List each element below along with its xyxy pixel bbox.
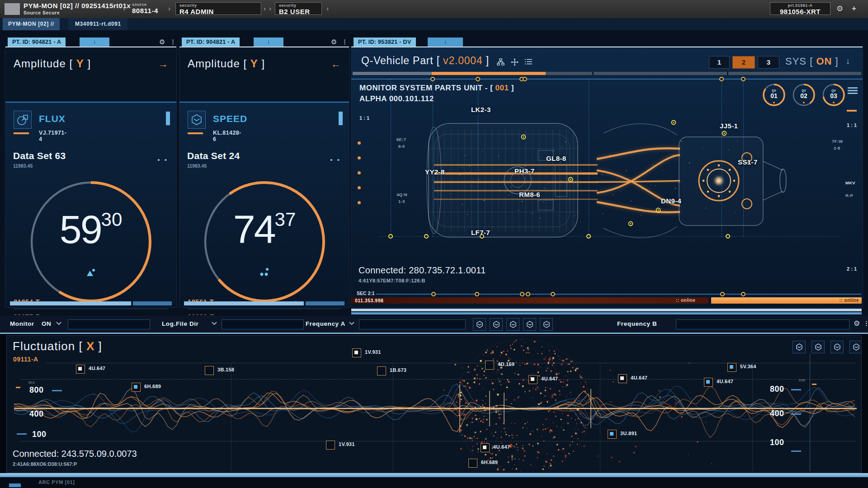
box-icon <box>476 321 483 328</box>
layer-button-4[interactable] <box>523 318 536 331</box>
fluct-layer-button-2[interactable] <box>811 341 825 353</box>
part-label[interactable]: PH3-7 <box>514 167 535 175</box>
layer-button-3[interactable] <box>506 318 519 331</box>
tab-pym-mon[interactable]: PYM-MON [02] // <box>3 18 60 30</box>
axis-right-100: 100 <box>770 438 784 447</box>
speed-dataset-sub: 11983.45 <box>187 163 207 169</box>
part-label[interactable]: GL8-8 <box>546 155 566 162</box>
grid-node <box>720 292 725 296</box>
panel1-gear-icon[interactable]: ⚙ <box>159 38 165 46</box>
panel-flux-header: Amplitude [ Y ] → <box>5 47 176 103</box>
side-label: 2-8 <box>834 145 840 150</box>
tab-document[interactable]: M340911-rt.d091 <box>69 18 127 30</box>
speed-scrollbar[interactable] <box>184 301 344 305</box>
side-label: 7F:W <box>832 139 843 144</box>
grid-node <box>741 292 745 296</box>
flux-scrollbar[interactable] <box>10 301 172 305</box>
security-admin-value: R4 ADMIN <box>179 8 257 15</box>
hamburger-icon[interactable] <box>848 87 858 95</box>
layer-button-5[interactable] <box>540 318 553 331</box>
panel1-kebab-icon[interactable]: ⋮ <box>170 38 176 45</box>
part-label[interactable]: SS1-7 <box>738 158 758 166</box>
breadcrumb-chevron: › <box>326 5 329 12</box>
vehicle-connected: Connected: 280.735.72.1.0011 <box>359 265 486 276</box>
add-icon[interactable]: + <box>852 4 856 13</box>
monitor-input[interactable] <box>68 319 150 329</box>
vehicle-scrollbar-2[interactable] <box>351 312 862 314</box>
qv-gauge-1[interactable]: QV 01 <box>762 83 786 107</box>
box-icon <box>493 321 500 328</box>
box-icon <box>834 343 841 351</box>
grid-node <box>741 77 745 81</box>
mini-readout-left: 00.0 <box>28 381 35 384</box>
vehicle-scrollbar-1[interactable] <box>351 309 862 311</box>
chevron-down-icon[interactable] <box>56 322 61 325</box>
fluct-layer-button-4[interactable] <box>849 341 862 353</box>
security-user-box[interactable]: security B2 USER <box>275 2 322 15</box>
logfile-label: Log.File Dir <box>162 320 198 327</box>
grid-node <box>388 234 393 239</box>
qv-gauge-2[interactable]: QV 02 <box>792 83 816 107</box>
qv-gauge-3[interactable]: QV 03 <box>821 83 846 107</box>
settings-gear-icon[interactable]: ⚙ <box>836 4 843 14</box>
speed-value: 7437 <box>201 206 328 253</box>
layer-button-2[interactable] <box>490 318 503 331</box>
bottom-scrollbar[interactable] <box>0 473 868 477</box>
panel2-download-tab[interactable]: ↓ <box>254 38 283 47</box>
control-gear-icon[interactable]: ⚙ <box>854 319 860 328</box>
part-label[interactable]: RM8-6 <box>519 191 540 198</box>
monitor-value: ON <box>42 320 51 327</box>
panel1-pt-id-tab[interactable]: PT. ID: 904821 - A <box>8 38 66 47</box>
flux-pager-dots[interactable]: • • <box>157 156 168 164</box>
status-strip-orange: :: online <box>711 297 862 304</box>
online-left: :: online <box>676 298 695 303</box>
chevron-down-icon[interactable] <box>349 322 354 325</box>
fluct-layer-button-1[interactable] <box>793 341 806 353</box>
speed-icon-box <box>188 111 206 129</box>
chevron-down-icon[interactable] <box>212 322 217 325</box>
part-label[interactable]: DN9-4 <box>661 197 681 205</box>
part-label[interactable]: LK2-3 <box>471 106 491 113</box>
flux-mini-scrollbar[interactable] <box>166 112 170 125</box>
part-label[interactable]: YY2-8 <box>425 168 445 176</box>
grid-node <box>475 292 479 296</box>
grid-node <box>586 234 591 239</box>
box-icon <box>543 321 550 328</box>
security-admin-box[interactable]: security R4 ADMIN <box>175 2 261 15</box>
orange-marker <box>847 110 857 112</box>
scale-top-right: 1 : 1 <box>847 122 857 128</box>
logfile-input[interactable] <box>222 319 304 329</box>
panel3-download-tab[interactable]: ↓ <box>428 38 463 47</box>
monitor-label: Monitor <box>10 320 34 327</box>
freq-a-input[interactable] <box>359 319 466 329</box>
panel2-pt-id-tab[interactable]: PT. ID: 904821 - A <box>182 38 240 47</box>
prt-value: 981056-XRT <box>774 8 826 15</box>
panel-flux-arrow-icon[interactable]: → <box>158 58 168 70</box>
panel2-gear-icon[interactable]: ⚙ <box>331 38 337 46</box>
axis-tick <box>17 433 27 435</box>
panel2-kebab-icon[interactable]: ⋮ <box>342 38 348 45</box>
alpha-line: ALPHA 000.101.112 <box>359 94 434 103</box>
window-chip[interactable] <box>5 3 20 15</box>
axis-tick <box>52 390 62 391</box>
qv-num: 03 <box>821 92 846 99</box>
part-label[interactable]: JJ5-1 <box>720 122 738 130</box>
speed-mini-scrollbar[interactable] <box>339 112 343 125</box>
axis-right-400: 400 <box>770 409 784 418</box>
speed-dataset-title: Data Set 24 <box>187 150 240 161</box>
panel1-download-tab[interactable]: ↓ <box>80 38 109 47</box>
panel-speed-arrow-icon[interactable]: ← <box>331 58 341 70</box>
control-kebab-icon[interactable]: ⋮ <box>863 320 868 327</box>
speed-mode-name: SPEED <box>213 113 247 124</box>
breadcrumb-chevron: › <box>123 5 125 12</box>
freq-b-input[interactable] <box>676 319 849 329</box>
layer-button-1[interactable] <box>473 318 486 331</box>
footer-label: ARC PYM [01] <box>38 479 75 485</box>
part-label[interactable]: LF7-7 <box>471 229 490 236</box>
title-pre: Amplitude [ <box>14 57 73 70</box>
panel-speed-title: Amplitude [ Y ] <box>188 57 265 70</box>
speed-pager-dots[interactable]: • • <box>330 156 341 164</box>
fluct-layer-button-3[interactable] <box>830 341 844 353</box>
panel3-pt-id-tab[interactable]: PT. ID: 953821 - DV <box>354 38 416 47</box>
axis-left-100: 100 <box>32 430 47 439</box>
